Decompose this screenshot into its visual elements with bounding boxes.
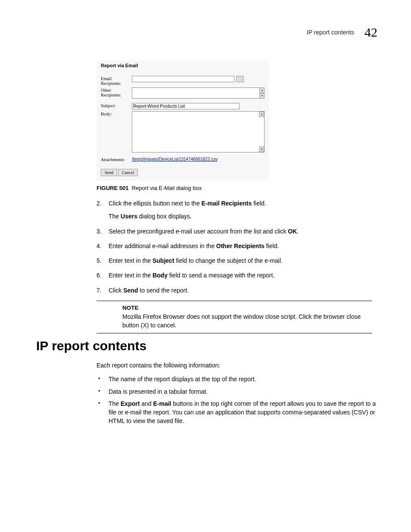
step-item: 5. Enter text in the Subject field to ch… xyxy=(97,256,372,265)
chapter-number: 42 xyxy=(364,25,377,40)
bullet-icon: • xyxy=(97,387,109,396)
scroll-down-icon[interactable]: ▾ xyxy=(259,146,264,152)
step-body: Enter text in the Body field to send a m… xyxy=(109,271,372,280)
step-item: 7. Click Send to send the report. xyxy=(97,286,372,295)
other-recipients-label: Other Recipients: xyxy=(101,87,132,97)
bullet-icon: • xyxy=(97,375,109,383)
step-body: Enter text in the Subject field to chang… xyxy=(109,256,372,265)
step-sub: The Users dialog box displays. xyxy=(109,212,372,221)
email-recipients-label: Email Recipients: xyxy=(101,76,132,86)
dialog-button-row: Send Cancel xyxy=(101,169,265,176)
note-box: NOTE Mozilla Firefox Browser does not su… xyxy=(97,301,372,333)
other-recipients-row: Other Recipients: ▴ ▾ xyxy=(101,87,265,99)
report-via-email-dialog: Report via Email Email Recipients: Other… xyxy=(97,60,269,180)
step-item: 2. Click the ellipsis button next to the… xyxy=(97,199,372,221)
body-label: Body: xyxy=(101,111,132,116)
step-item: 6. Enter text in the Body field to send … xyxy=(97,271,372,280)
steps-list: 2. Click the ellipsis button next to the… xyxy=(97,199,372,295)
step-body: Select the preconfigured e-mail user acc… xyxy=(109,227,372,236)
step-number: 6. xyxy=(97,271,109,280)
header-title: IP report contents xyxy=(307,29,354,36)
dialog-title: Report via Email xyxy=(101,63,265,68)
step-body: Click Send to send the report. xyxy=(109,286,372,295)
attachment-link[interactable]: /temp/images/DeviceList1314746661622.csv xyxy=(132,157,218,162)
step-body: Click the ellipsis button next to the E-… xyxy=(109,199,372,221)
scroll-up-icon[interactable]: ▴ xyxy=(259,112,264,117)
page-header: IP report contents 42 xyxy=(307,25,377,40)
spinner-up-icon[interactable]: ▴ xyxy=(259,87,265,93)
note-text: Mozilla Firefox Browser does not support… xyxy=(122,312,372,330)
note-label: NOTE xyxy=(122,304,372,312)
subject-input[interactable] xyxy=(132,103,240,109)
figure-label: FIGURE 501 xyxy=(97,185,128,191)
body-row: Body: ▴ ▾ xyxy=(101,111,265,152)
bullet-icon: • xyxy=(97,399,109,426)
step-number: 3. xyxy=(97,227,109,236)
section-intro: Each report contains the following infor… xyxy=(97,361,377,370)
cancel-button[interactable]: Cancel xyxy=(118,169,138,176)
body-textarea[interactable]: ▴ ▾ xyxy=(132,111,265,152)
ellipsis-button[interactable] xyxy=(236,76,244,82)
step-number: 4. xyxy=(97,242,109,250)
email-recipients-row: Email Recipients: xyxy=(101,76,265,86)
bullet-item: • Data is presented in a tabular format. xyxy=(97,387,377,396)
step-number: 5. xyxy=(97,256,109,265)
bullet-item: • The Export and E-mail buttons in the t… xyxy=(97,399,377,426)
other-recipients-input[interactable]: ▴ ▾ xyxy=(132,87,265,99)
attachments-row: Attachments: /temp/images/DeviceList1314… xyxy=(101,157,265,162)
spinner-down-icon[interactable]: ▾ xyxy=(259,93,265,99)
attachments-label: Attachments: xyxy=(101,157,132,162)
step-item: 3. Select the preconfigured e-mail user … xyxy=(97,227,372,236)
bullet-list: • The name of the report displays at the… xyxy=(97,375,377,425)
email-recipients-input[interactable] xyxy=(132,76,234,82)
bullet-body: The Export and E-mail buttons in the top… xyxy=(109,399,377,426)
figure-caption: FIGURE 501 Report via E-Mail dialog box xyxy=(97,185,372,191)
step-body: Enter additional e-mail addresses in the… xyxy=(109,242,372,250)
send-button[interactable]: Send xyxy=(101,169,117,176)
step-number: 7. xyxy=(97,286,109,295)
step-number: 2. xyxy=(97,199,109,221)
bullet-item: • The name of the report displays at the… xyxy=(97,375,377,383)
section-body: Each report contains the following infor… xyxy=(97,361,377,429)
bullet-body: Data is presented in a tabular format. xyxy=(109,387,377,396)
main-column: Report via Email Email Recipients: Other… xyxy=(97,60,372,333)
subject-row: Subject: xyxy=(101,103,265,109)
subject-label: Subject: xyxy=(101,103,132,108)
section-heading: IP report contents xyxy=(36,339,146,353)
bullet-body: The name of the report displays at the t… xyxy=(109,375,377,383)
figure-text: Report via E-Mail dialog box xyxy=(132,185,202,191)
step-item: 4. Enter additional e-mail addresses in … xyxy=(97,242,372,250)
